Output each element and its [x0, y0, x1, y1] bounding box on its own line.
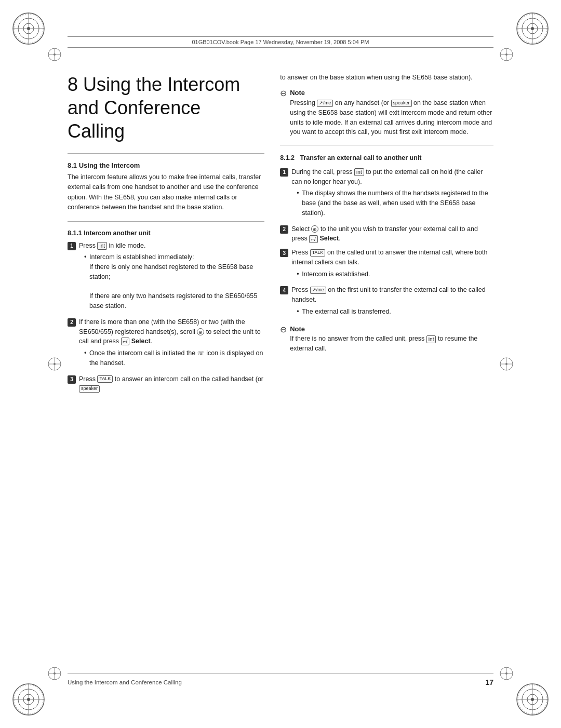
step-3: 3 Press TALK to answer an intercom call …: [68, 374, 264, 394]
step-812-bullet-1: The display shows the numbers of the han…: [297, 188, 493, 218]
reg-mark-mr: [499, 356, 514, 372]
section-8-1: 8.1 Using the Intercom The intercom feat…: [68, 161, 264, 213]
section-8-1-heading: 8.1 Using the Intercom: [68, 161, 264, 169]
main-content: 8 Using the Intercom and Conference Call…: [68, 57, 493, 660]
note-1-label: Note: [290, 89, 305, 97]
step-1-bullets: Intercom is established immediately: If …: [84, 252, 264, 311]
section-8-1-2-title: Transfer an external call to another uni…: [300, 154, 421, 161]
step-812-4-bullets: The external call is transferred.: [297, 307, 493, 317]
step-812-1-bullets: The display shows the numbers of the han…: [297, 188, 493, 218]
right-column: to answer on the base station when using…: [280, 57, 493, 660]
reg-mark-tl: [47, 47, 62, 62]
int-key-2: int: [354, 168, 364, 176]
reg-mark-br: [499, 666, 514, 681]
note-2-text: If there is no answer from the called un…: [290, 335, 424, 342]
corner-decoration-bl: [10, 681, 47, 718]
step-2-bullets: Once the intercom call is initiated the …: [84, 348, 264, 368]
reg-mark-tr: [499, 47, 514, 62]
reg-mark-bl: [47, 666, 62, 681]
bullet-1: Intercom is established immediately: If …: [84, 252, 264, 311]
step-2-badge: 2: [68, 318, 76, 327]
section-divider-811: [68, 221, 264, 222]
scroll-icon-1: ⊕: [197, 328, 204, 335]
continuation-text: to answer on the base station when using…: [280, 73, 493, 83]
note-2-label: Note: [290, 325, 305, 333]
chapter-divider: [68, 153, 264, 154]
section-8-1-2: 8.1.2 Transfer an external call to anoth…: [280, 153, 493, 354]
left-column: 8 Using the Intercom and Conference Call…: [68, 57, 264, 660]
step-1-content: Press int in idle mode. Intercom is esta…: [79, 241, 264, 313]
note-2-content: Note If there is no answer from the call…: [290, 324, 493, 354]
step-2-content: If there is more than one (with the SE65…: [79, 317, 264, 370]
step-2-bold: Select: [131, 338, 151, 345]
step-3-badge: 3: [68, 375, 76, 384]
header-text: 01GB01COV.book Page 17 Wednesday, Novemb…: [192, 39, 369, 45]
sub-bullet-2: If there are only two handsets registere…: [89, 292, 257, 309]
step-2: 2 If there is more than one (with the SE…: [68, 317, 264, 370]
footer-page-number: 17: [485, 678, 493, 686]
scroll-icon-2: ⊕: [311, 225, 318, 233]
speaker-key-1: speaker: [79, 385, 100, 393]
note-1-rest1: on any handset (or: [335, 99, 389, 106]
step-812-3-bullets: Intercom is established.: [297, 269, 493, 279]
steps-list-811: 1 Press int in idle mode. Intercom is es…: [68, 241, 264, 394]
note-icon-2: ⊖: [280, 323, 287, 354]
step-812-4-content: Press ↗/me on the first unit to transfer…: [291, 285, 493, 318]
step-812-1-content: During the call, press int to put the ex…: [291, 167, 493, 220]
int-key-1: int: [97, 242, 107, 250]
corner-decoration-tr: [514, 10, 551, 47]
step-812-2-bold: Select: [319, 235, 339, 242]
step-812-1: 1 During the call, press int to put the …: [280, 167, 493, 220]
step-812-2-content: Select ⊕ to the unit you wish to transfe…: [291, 224, 493, 244]
talk-key-1: TALK: [97, 375, 113, 383]
section-divider-812: [280, 145, 493, 145]
step-1-text: Press: [79, 242, 96, 249]
step-812-3-badge: 3: [280, 249, 288, 257]
step-1-rest: in idle mode.: [109, 242, 145, 249]
corner-decoration-br: [514, 681, 551, 718]
note-2: ⊖ Note If there is no answer from the ca…: [280, 324, 493, 354]
step-3-content: Press TALK to answer an intercom call on…: [79, 374, 264, 394]
step-812-1-badge: 1: [280, 168, 288, 177]
reg-mark-ml: [47, 356, 62, 372]
chapter-title: 8 Using the Intercom and Conference Call…: [68, 73, 264, 143]
select-key-2: ⌐/: [309, 235, 318, 243]
corner-decoration-tl: [10, 10, 47, 47]
section-8-1-1: 8.1.1 Intercom another unit 1 Press int …: [68, 230, 264, 394]
note-1-text: Pressing: [290, 99, 315, 106]
step-812-4-badge: 4: [280, 286, 288, 294]
page-footer: Using the Intercom and Conference Callin…: [68, 673, 493, 686]
section-8-1-2-heading: 8.1.2 Transfer an external call to anoth…: [280, 153, 493, 163]
chapter-title-line3: Calling: [68, 120, 125, 142]
sub-bullet-1: If there is only one handset registered …: [89, 263, 253, 280]
step-812-bullet-3: Intercom is established.: [297, 269, 493, 279]
section-8-1-2-num: 8.1.2: [280, 154, 295, 161]
talk-key-2: TALK: [310, 249, 326, 257]
chapter-title-line2: and Conference: [68, 97, 201, 118]
note-1: ⊖ Note Pressing ↗/me on any handset (or …: [280, 88, 493, 137]
end-key-note: ↗/me: [317, 100, 333, 107]
step-812-3: 3 Press TALK on the called unit to answe…: [280, 248, 493, 281]
select-key-1: ⌐/: [121, 338, 130, 345]
section-8-1-body: The intercom feature allows you to make …: [68, 172, 264, 213]
note-icon-1: ⊖: [280, 87, 287, 137]
steps-list-812: 1 During the call, press int to put the …: [280, 167, 493, 319]
note-1-content: Note Pressing ↗/me on any handset (or sp…: [290, 88, 493, 137]
step-812-2-badge: 2: [280, 225, 288, 234]
int-key-note: int: [426, 335, 436, 343]
step-812-4: 4 Press ↗/me on the first unit to transf…: [280, 285, 493, 318]
step-1-badge: 1: [68, 242, 76, 250]
end-key-2: ↗/me: [310, 287, 326, 294]
section-8-1-1-heading: 8.1.1 Intercom another unit: [68, 230, 264, 237]
step-812-2: 2 Select ⊕ to the unit you wish to trans…: [280, 224, 493, 244]
step-812-3-content: Press TALK on the called unit to answer …: [291, 248, 493, 281]
chapter-title-line1: Using the Intercom: [83, 74, 240, 95]
step-812-bullet-4: The external call is transferred.: [297, 307, 493, 317]
phone-icon: ☏: [197, 350, 205, 356]
page-header: 01GB01COV.book Page 17 Wednesday, Novemb…: [68, 36, 493, 48]
chapter-number: 8: [68, 74, 78, 95]
footer-left-text: Using the Intercom and Conference Callin…: [68, 679, 182, 685]
speaker-key-note: speaker: [391, 100, 412, 107]
step-1: 1 Press int in idle mode. Intercom is es…: [68, 241, 264, 313]
bullet-2: Once the intercom call is initiated the …: [84, 348, 264, 368]
